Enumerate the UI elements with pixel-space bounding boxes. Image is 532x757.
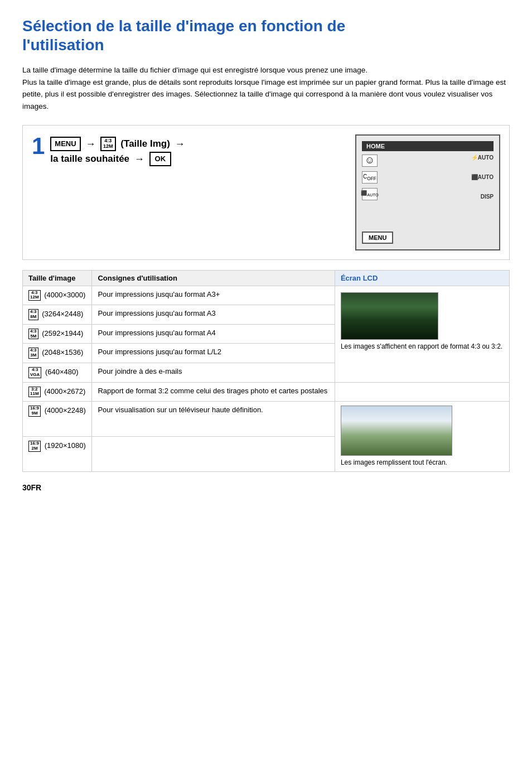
- usage-cell-4: Pour joindre à des e-mails: [92, 363, 335, 382]
- size-icon-43-12m: 4:3 12M: [100, 137, 116, 151]
- size-dim-3: (2048×1536): [42, 349, 83, 357]
- col1-header: Taille d'image: [23, 270, 92, 286]
- usage-cell-6: Pour visualisation sur un téléviseur hau…: [92, 402, 335, 437]
- usage-cell-2: Pour impressions jusqu'au format A4: [92, 324, 335, 344]
- lcd-caption2: Les images remplissent tout l'écran.: [341, 458, 504, 467]
- cam-right-labels: ⚡AUTO ⬛AUTO DISP: [471, 155, 494, 200]
- cam-bottom-row: MENU: [362, 232, 494, 244]
- usage-cell-1: Pour impressions jusqu'au format A3: [92, 305, 335, 325]
- disp-label: DISP: [471, 194, 494, 200]
- size-icon-32-11m: 3:211M: [28, 387, 41, 398]
- camera-home-label: HOME: [362, 141, 494, 151]
- usage-cell-7: [92, 437, 335, 472]
- flash-auto-label: ⚡AUTO: [471, 155, 494, 161]
- intro-para2: Plus la taille d'image est grande, plus …: [22, 76, 510, 113]
- col3-header: Écran LCD: [335, 270, 509, 286]
- size-icon-43-8m: 4:38M: [28, 309, 38, 320]
- lcd-image-upper: [341, 292, 438, 340]
- size-cell-6: 16:99M (4000×2248): [23, 402, 92, 437]
- arrow3: →: [134, 153, 144, 165]
- size-dim-2: (2592×1944): [42, 329, 83, 337]
- smiley-icon: ☺: [362, 155, 378, 167]
- table-row: 16:99M (4000×2248) Pour visualisation su…: [23, 402, 510, 437]
- usage-cell-5: Rapport de format 3:2 comme celui des ti…: [92, 382, 335, 402]
- size-icon-169-2m: 16:92M: [28, 441, 41, 452]
- step-instruction: MENU → 4:3 12M (Taille Img) → la taille …: [50, 134, 187, 167]
- table-row: 3:211M (4000×2672) Rapport de format 3:2…: [23, 382, 510, 402]
- lcd-cell-upper: Les images s'affichent en rapport de for…: [335, 286, 509, 382]
- step-number: 1: [32, 134, 45, 158]
- souhaitee-label: la taille souhaitée: [50, 153, 129, 164]
- lcd-cell-empty1: [335, 382, 509, 402]
- size-cell-1: 4:38M (3264×2448): [23, 305, 92, 325]
- size-cell-3: 4:33M (2048×1536): [23, 344, 92, 363]
- step-content: 1 MENU → 4:3 12M (Taille Img) → la taill…: [32, 134, 344, 167]
- lcd-cell-lower: Les images remplissent tout l'écran.: [335, 402, 509, 472]
- size-dim-6: (4000×2248): [45, 406, 86, 414]
- selftimer-off-icon: COFF: [362, 171, 378, 184]
- size-icon-43-12m: 4:312M: [28, 290, 41, 301]
- usage-cell-0: Pour impressions jusqu'au format A3+: [92, 286, 335, 305]
- usage-cell-3: Pour impressions jusqu'au format L/L2: [92, 344, 335, 363]
- size-dim-4: (640×480): [45, 368, 79, 376]
- camera-buttons: ☺ COFF ⬛AUTO ⚡AUTO ⬛AUTO DISP: [362, 155, 494, 227]
- size-dim-5: (4000×2672): [44, 387, 85, 396]
- lcd-image-lower: [341, 406, 452, 456]
- size-icon-43-5m: 4:35M: [28, 329, 38, 340]
- size-cell-0: 4:312M (4000×3000): [23, 286, 92, 305]
- size-icon-43-3m: 4:33M: [28, 348, 38, 359]
- lcd-caption1: Les images s'affichent en rapport de for…: [341, 342, 504, 351]
- whitebal-auto-label: ⬛AUTO: [471, 174, 494, 180]
- scene-auto-icon: ⬛AUTO: [362, 188, 378, 200]
- size-dim-1: (3264×2448): [42, 310, 83, 318]
- size-icon-43-vga: 4:3VGA: [28, 367, 41, 378]
- camera-panel: HOME ☺ COFF ⬛AUTO ⚡AUTO ⬛AUTO: [355, 134, 500, 250]
- size-cell-2: 4:35M (2592×1944): [23, 324, 92, 344]
- page-number: 30FR: [22, 483, 510, 492]
- page-title: Sélection de la taille d'image en foncti…: [22, 17, 510, 54]
- menu-button-label: MENU: [50, 137, 80, 151]
- taille-img-label: (Taille Img): [120, 138, 170, 149]
- size-dim-0: (4000×3000): [44, 291, 85, 299]
- table-row: 4:312M (4000×3000) Pour impressions jusq…: [23, 286, 510, 305]
- cam-menu-btn: MENU: [362, 232, 393, 244]
- col2-header: Consignes d'utilisation: [92, 270, 335, 286]
- intro-para1: La taille d'image détermine la taille du…: [22, 64, 510, 76]
- arrow1: →: [85, 138, 95, 150]
- size-cell-4: 4:3VGA (640×480): [23, 363, 92, 382]
- size-dim-7: (1920×1080): [45, 441, 86, 450]
- step-section: 1 MENU → 4:3 12M (Taille Img) → la taill…: [22, 125, 510, 260]
- size-cell-5: 3:211M (4000×2672): [23, 382, 92, 402]
- size-cell-7: 16:92M (1920×1080): [23, 437, 92, 472]
- size-icon-169-9m: 16:99M: [28, 406, 41, 417]
- size-table: Taille d'image Consignes d'utilisation É…: [22, 270, 510, 472]
- ok-button-label: OK: [149, 152, 172, 166]
- arrow2: →: [175, 138, 185, 150]
